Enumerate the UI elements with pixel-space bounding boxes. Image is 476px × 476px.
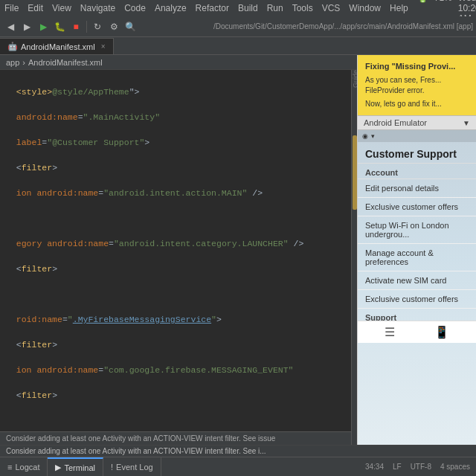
indent: 4 spaces — [440, 463, 470, 471]
app-status-strip: ◉ ▾ — [358, 130, 476, 142]
app-phone-icon[interactable]: 📱 — [434, 325, 449, 339]
app-menu-manage[interactable]: Manage account & preferences — [358, 244, 476, 271]
app-menu-sim[interactable]: Activate new SIM card — [358, 271, 476, 290]
menu-window[interactable]: Window — [349, 3, 381, 13]
app-status-dot: ◉ — [362, 132, 368, 140]
menu-bar: File Edit View Navigate Code Analyze Ref… — [0, 0, 476, 16]
event-log-label: Event Log — [116, 463, 153, 472]
app-bottom-bar: ☰ 📱 — [358, 321, 476, 343]
error-bar: Consider adding at least one Activity wi… — [0, 445, 476, 457]
app-content: ◉ ▾ Customer Support Account Edit person… — [358, 130, 476, 343]
code-line: <filter> — [6, 263, 357, 275]
separator — [86, 21, 87, 33]
debug-button[interactable]: 🐛 — [52, 19, 67, 34]
app-menu-wifi[interactable]: Setup Wi-Fi on London undergrou... — [358, 216, 476, 244]
app-menu-edit-details[interactable]: Edit personal details — [358, 179, 476, 198]
scroll-highlight — [353, 135, 357, 210]
line-ending: LF — [393, 463, 402, 471]
menu-file[interactable]: File — [4, 3, 19, 13]
menu-edit[interactable]: Edit — [28, 3, 43, 13]
code-line: android:name=".MainActivity" — [6, 111, 357, 123]
forward-button[interactable]: ▶ — [19, 19, 34, 34]
logcat-icon: ≡ — [7, 463, 12, 472]
emulator-controls[interactable]: ▼ — [463, 119, 470, 127]
app-ui: ◉ ▾ Customer Support Account Edit person… — [358, 130, 476, 445]
app-title: Customer Support — [365, 148, 457, 160]
search-button[interactable]: 🔍 — [123, 19, 138, 34]
menu-refactor[interactable]: Refactor — [196, 3, 229, 13]
app-account-section: Account — [358, 164, 476, 179]
tab-icon: 🤖 — [7, 42, 18, 51]
menu-tools[interactable]: Tools — [292, 3, 313, 13]
emulator-label: Android Emulator — [364, 118, 427, 127]
code-line — [6, 212, 357, 225]
right-panel: Fixing "Missing Provi... As you can see,… — [357, 55, 476, 445]
notification-line-2: FileProvider error. — [365, 86, 469, 96]
event-log-icon: ! — [111, 463, 113, 472]
side-panel: Guide — [351, 70, 357, 445]
code-editor[interactable]: <style>@style/AppTheme"> android:name=".… — [0, 70, 357, 445]
emulator-header: Android Emulator ▼ — [358, 115, 476, 130]
notification-line-3: Now, lets go and fix it... — [365, 99, 469, 109]
code-line: roid:name=".MyFirebaseMessagingService"> — [6, 313, 357, 326]
notification-banner: Fixing "Missing Provi... As you can see,… — [358, 55, 476, 115]
settings-button[interactable]: ⚙ — [106, 19, 121, 34]
hint-bar: Consider adding at least one Activity wi… — [0, 431, 351, 445]
notification-line-1: As you can see, Fres... — [365, 75, 469, 86]
app-menu-exclusive-2[interactable]: Exclusive customer offers — [358, 290, 476, 309]
app-status-arrow: ▾ — [371, 132, 375, 140]
app-hamburger-icon[interactable]: ☰ — [385, 325, 395, 339]
main-area: app › AndroidManifest.xml <style>@style/… — [0, 55, 476, 445]
line-col: 34:34 — [365, 463, 384, 471]
menu-view[interactable]: View — [52, 3, 71, 13]
menu-code[interactable]: Code — [124, 3, 146, 13]
editor-area: app › AndroidManifest.xml <style>@style/… — [0, 55, 357, 445]
logcat-label: Logcat — [15, 463, 39, 472]
breadcrumb-file[interactable]: AndroidManifest.xml — [28, 58, 103, 67]
event-log-tab[interactable]: ! Event Log — [103, 457, 161, 477]
manifest-tab[interactable]: 🤖 AndroidManifest.xml × — [0, 38, 114, 54]
app-header: Customer Support — [358, 142, 476, 164]
path-display: /Documents/Git/CustomerDemoApp/.../app/s… — [213, 22, 473, 30]
toolbar: ◀ ▶ ▶ 🐛 ■ ↻ ⚙ 🔍 /Documents/Git/CustomerD… — [0, 16, 476, 37]
notification-body: As you can see, Fres... FileProvider err… — [365, 75, 469, 109]
tab-bar: 🤖 AndroidManifest.xml × — [0, 37, 476, 55]
menu-build[interactable]: Build — [238, 3, 258, 13]
close-icon[interactable]: × — [101, 42, 106, 51]
run-button[interactable]: ▶ — [36, 19, 51, 34]
code-line: label="@Customer Support"> — [6, 136, 357, 149]
code-line: ion android:name="com.google.firebase.ME… — [6, 364, 357, 376]
hint-text: Consider adding at least one Activity wi… — [6, 434, 275, 443]
notification-title: Fixing "Missing Provi... — [365, 61, 469, 72]
bottom-status: 34:34 LF UTF-8 4 spaces — [365, 463, 476, 471]
code-line: ion android:name="android.intent.action.… — [6, 187, 357, 199]
breadcrumb-app[interactable]: app — [6, 58, 19, 67]
sync-button[interactable]: ↻ — [90, 19, 105, 34]
code-line: <filter> — [6, 389, 357, 402]
breadcrumb: app › AndroidManifest.xml — [0, 55, 357, 70]
account-label: Account — [365, 168, 398, 177]
menu-vcs[interactable]: VCS — [322, 3, 341, 13]
menu-run[interactable]: Run — [267, 3, 283, 13]
back-button[interactable]: ◀ — [3, 19, 18, 34]
logcat-tab[interactable]: ≡ Logcat — [0, 457, 48, 477]
stop-button[interactable]: ■ — [68, 19, 83, 34]
menu-analyze[interactable]: Analyze — [155, 3, 187, 13]
terminal-tab[interactable]: ▶ Terminal — [48, 457, 103, 477]
menu-help[interactable]: Help — [390, 3, 408, 13]
tab-label: AndroidManifest.xml — [21, 42, 95, 51]
app-menu-exclusive-1[interactable]: Exclusive customer offers — [358, 198, 476, 216]
menu-navigate[interactable]: Navigate — [80, 3, 115, 13]
code-line — [6, 288, 357, 300]
code-line: egory android:name="android.intent.categ… — [6, 237, 357, 250]
error-text: Consider adding at least one Activity wi… — [6, 447, 266, 455]
breadcrumb-separator: › — [22, 58, 25, 67]
terminal-label: Terminal — [64, 463, 95, 472]
bottom-bar: ≡ Logcat ▶ Terminal ! Event Log 34:34 LF… — [0, 457, 476, 476]
guide-label: Guide — [352, 70, 357, 91]
code-line — [6, 414, 357, 427]
code-line: <filter> — [6, 338, 357, 351]
encoding: UTF-8 — [411, 463, 431, 471]
code-line: <filter> — [6, 161, 357, 174]
terminal-icon: ▶ — [55, 463, 61, 472]
